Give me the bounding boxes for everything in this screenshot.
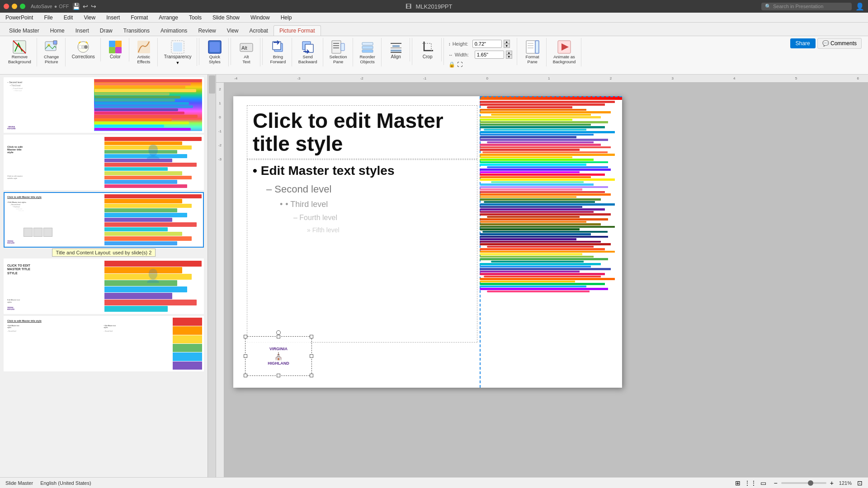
menu-powerpoint[interactable]: PowerPoint — [4, 14, 35, 21]
view-grid-icon[interactable]: ⋮⋮ — [744, 479, 757, 487]
transparency-icon — [170, 40, 185, 54]
artistic-button[interactable]: Artistic Effects — [134, 39, 154, 66]
menu-help[interactable]: Help — [279, 14, 294, 21]
align-button[interactable]: Align — [386, 39, 406, 61]
corrections-button[interactable]: Corrections — [70, 39, 97, 61]
tab-transitions[interactable]: Transitions — [118, 26, 155, 36]
menu-insert[interactable]: Insert — [104, 14, 122, 21]
slide-thumb-4[interactable]: CLICK TO EDITMASTER TITLESTYLE Edit Mast… — [4, 258, 204, 314]
tab-animations[interactable]: Animations — [155, 26, 193, 36]
lock-aspect-icon[interactable]: 🔒 — [448, 61, 455, 68]
menu-arrange[interactable]: Arrange — [157, 14, 180, 21]
send-backward-button[interactable]: Send Backward — [297, 39, 319, 66]
zoom-in-button[interactable]: + — [830, 479, 834, 487]
slide-title-area[interactable]: Click to edit Master title style — [247, 105, 477, 159]
height-decrement[interactable]: ▼ — [504, 44, 510, 48]
alt-text-button[interactable]: Alt Alt Text — [236, 39, 256, 66]
quick-styles-button[interactable]: Quick Styles — [205, 39, 225, 66]
menu-file[interactable]: File — [42, 14, 54, 21]
handle-tm[interactable] — [277, 335, 280, 338]
rotate-handle[interactable] — [276, 330, 281, 335]
width-increment[interactable]: ▲ — [506, 51, 512, 55]
color-button[interactable]: Color — [105, 39, 125, 61]
handle-br[interactable] — [310, 374, 313, 377]
remove-background-label: Remove Background — [8, 54, 31, 65]
tab-acrobat[interactable]: Acrobat — [244, 26, 274, 36]
quick-styles-label: Quick Styles — [209, 54, 221, 65]
slide-tooltip: Title and Content Layout: used by slide(… — [52, 249, 156, 257]
menu-edit[interactable]: Edit — [62, 14, 75, 21]
selection-pane-button[interactable]: Selection Pane — [328, 39, 349, 66]
transparency-label: Transparency — [164, 54, 191, 60]
slide-content-area[interactable]: • Edit Master text styles – Second level… — [247, 160, 477, 343]
handle-ml[interactable] — [244, 354, 247, 358]
format-pane-label: Format Pane — [526, 54, 539, 65]
autosave-toggle[interactable]: ● — [54, 4, 57, 9]
minimize-button[interactable] — [12, 4, 17, 9]
thumb-4-content: CLICK TO EDITMASTER TITLESTYLE Edit Mast… — [5, 260, 202, 312]
undo-icon[interactable]: ↩ — [83, 3, 88, 10]
animate-button[interactable]: Animate as Background — [551, 39, 578, 66]
slide-thumb-5[interactable]: Click to edit Master title style • Edit … — [4, 316, 204, 371]
view-slide-icon[interactable]: ▭ — [760, 479, 766, 487]
share-button[interactable]: Share — [790, 38, 816, 48]
crop-button[interactable]: Crop — [418, 39, 438, 61]
menu-slideshow[interactable]: Slide Show — [211, 14, 241, 21]
expand-icon[interactable]: ⛶ — [457, 61, 462, 68]
slide-thumb-2[interactable]: Click to editMaster titlestyle Click to … — [4, 135, 204, 190]
logo-container[interactable]: VIRGINIA ⛪ HIGHLAND — [247, 338, 310, 374]
view-normal-icon[interactable]: ⊞ — [735, 479, 741, 487]
slide-thumb-3[interactable]: Click to edit Master title style • Edit … — [4, 192, 204, 248]
maximize-button[interactable] — [20, 4, 25, 9]
height-icon: ↕ — [448, 42, 451, 47]
menu-view[interactable]: View — [82, 14, 97, 21]
change-picture-button[interactable]: Change Picture — [42, 39, 61, 66]
divider6 — [517, 38, 517, 65]
width-decrement[interactable]: ▼ — [506, 55, 512, 59]
zoom-slider[interactable] — [781, 482, 826, 484]
remove-background-button[interactable]: Remove Background — [6, 39, 33, 66]
group-send-backward: Send Backward — [293, 38, 323, 66]
tab-review[interactable]: Review — [193, 26, 221, 36]
transparency-button[interactable]: Transparency — [162, 39, 193, 61]
fit-window-icon[interactable]: ⊡ — [857, 479, 863, 487]
tab-picture-format[interactable]: Picture Format — [274, 25, 321, 36]
transparency-expand[interactable]: ▼ — [175, 61, 179, 65]
divider5 — [443, 38, 444, 65]
tab-view[interactable]: View — [222, 26, 244, 36]
width-input[interactable] — [475, 51, 504, 59]
close-button[interactable] — [4, 4, 9, 9]
menu-format[interactable]: Format — [129, 14, 150, 21]
save-icon[interactable]: 💾 — [72, 3, 80, 10]
tab-home[interactable]: Home — [45, 26, 70, 36]
handle-bl[interactable] — [244, 374, 247, 377]
zoom-thumb[interactable] — [808, 480, 813, 486]
menu-tools[interactable]: Tools — [187, 14, 203, 21]
user-icon[interactable]: 👤 — [855, 2, 864, 11]
dimensions-group: ↕ Height: ▲ ▼ ↔ Width: ▲ ▼ 🔒 ⛶ — [448, 39, 513, 69]
format-pane-button[interactable]: Format Pane — [523, 39, 542, 66]
height-input[interactable] — [472, 40, 502, 48]
svg-rect-12 — [137, 41, 150, 53]
search-icon: 🔍 — [765, 4, 771, 9]
slide-canvas-area[interactable]: Click to edit Master title style • Edit … — [224, 83, 868, 477]
handle-tl[interactable] — [244, 335, 247, 338]
zoom-out-button[interactable]: − — [774, 479, 777, 487]
handle-bm[interactable] — [277, 374, 280, 377]
comments-button[interactable]: 💬 Comments — [817, 38, 862, 49]
menu-window[interactable]: Window — [249, 14, 272, 21]
redo-icon[interactable]: ↪ — [91, 3, 96, 10]
search-bar[interactable]: 🔍 Search in Presentation — [761, 3, 852, 10]
tab-draw[interactable]: Draw — [94, 26, 118, 36]
v-scroll-thumb[interactable] — [209, 75, 215, 94]
slide-thumb-1[interactable]: – Second level • Third level – Fourth le… — [4, 77, 204, 133]
corrections-icon — [76, 40, 90, 54]
tab-slide-master[interactable]: Slide Master — [4, 26, 45, 36]
crop-icon — [420, 40, 435, 54]
bring-forward-button[interactable]: Bring Forward — [268, 39, 288, 66]
handle-tr[interactable] — [310, 335, 313, 338]
height-increment[interactable]: ▲ — [504, 40, 510, 44]
reorder-button[interactable]: Reorder Objects — [358, 39, 377, 66]
handle-mr[interactable] — [310, 354, 313, 358]
tab-insert[interactable]: Insert — [70, 26, 94, 36]
